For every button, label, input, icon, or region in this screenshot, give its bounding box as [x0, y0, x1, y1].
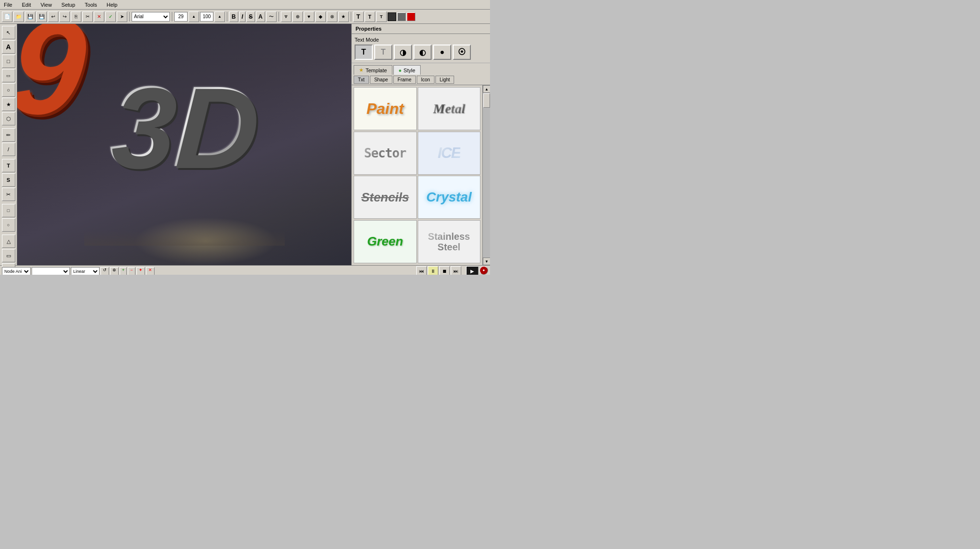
- style-stainless-steel[interactable]: StainlessSteel: [418, 220, 481, 263]
- tl-btn-add[interactable]: +: [120, 267, 127, 275]
- scroll-thumb[interactable]: [483, 93, 490, 108]
- text-t1[interactable]: T: [353, 11, 364, 22]
- h-rect-tool[interactable]: ▭: [2, 249, 15, 262]
- strike-button[interactable]: S: [246, 11, 255, 22]
- undo-button[interactable]: ↩: [48, 11, 58, 22]
- italic-button[interactable]: I: [239, 11, 245, 22]
- new-button[interactable]: 📄: [2, 11, 12, 22]
- go-end-button[interactable]: ⏭: [451, 266, 461, 275]
- rect-tool[interactable]: □: [2, 55, 15, 68]
- floor-reflection: [84, 231, 285, 246]
- tool-b[interactable]: ⊕: [292, 11, 303, 22]
- style-ice[interactable]: ICE: [418, 132, 481, 175]
- tl-btn-1[interactable]: ↺: [100, 267, 109, 275]
- timeline-track-select[interactable]: [32, 267, 70, 275]
- align-button[interactable]: A: [256, 11, 265, 22]
- font-select[interactable]: Arial: [132, 12, 170, 22]
- sub-tab-icon[interactable]: Icon: [417, 76, 434, 84]
- render-button[interactable]: ▶: [466, 266, 479, 275]
- s-tool[interactable]: S: [2, 173, 15, 187]
- copy-button[interactable]: ⎘: [71, 11, 81, 22]
- color-block-3[interactable]: [407, 12, 415, 21]
- menu-tools[interactable]: Tools: [83, 1, 99, 8]
- text-t2[interactable]: T: [365, 11, 375, 22]
- tl-btn-minus[interactable]: −: [128, 267, 135, 275]
- style-crystal[interactable]: Crystal: [418, 176, 481, 219]
- menu-edit[interactable]: Edit: [20, 1, 33, 8]
- size2-up-button[interactable]: ▲: [214, 11, 225, 22]
- mode-btn-2[interactable]: T: [374, 45, 392, 60]
- bold-button[interactable]: B: [229, 11, 238, 22]
- tool-f[interactable]: ★: [338, 11, 349, 22]
- canvas-area[interactable]: 9 3D: [17, 24, 351, 265]
- text-tool[interactable]: A: [2, 40, 15, 54]
- arrow-button[interactable]: ➤: [117, 11, 127, 22]
- style-stencils[interactable]: Stencils: [354, 176, 417, 219]
- sub-tab-frame[interactable]: Frame: [393, 76, 416, 84]
- pen-tool[interactable]: ✏: [2, 128, 15, 142]
- wave-button[interactable]: 〜: [266, 11, 277, 22]
- mode-btn-3[interactable]: ◑: [394, 45, 412, 60]
- star-tool[interactable]: ★: [2, 98, 15, 111]
- mode-btn-5[interactable]: ●: [433, 45, 451, 60]
- tool-a[interactable]: ⛛: [281, 11, 291, 22]
- style-green[interactable]: Green: [354, 220, 417, 263]
- tool-e[interactable]: ⊗: [327, 11, 337, 22]
- text-mode-buttons: T T ◑ ◐ ● ⦿: [355, 45, 487, 60]
- round-rect-tool[interactable]: ▭: [2, 69, 15, 82]
- cut-button[interactable]: ✂: [82, 11, 93, 22]
- tl-btn-2[interactable]: ⊕: [110, 267, 119, 275]
- line-tool[interactable]: /: [2, 143, 15, 156]
- menu-setup[interactable]: Setup: [59, 1, 77, 8]
- ellipse-tool[interactable]: ○: [2, 83, 15, 97]
- go-start-button[interactable]: ⏮: [416, 266, 427, 275]
- mode-btn-6[interactable]: ⦿: [453, 45, 471, 60]
- select-tool[interactable]: ↖: [2, 26, 15, 39]
- style-paint[interactable]: Paint: [354, 87, 417, 130]
- tool-c[interactable]: ♥: [304, 11, 314, 22]
- timeline-controls: Node Ani Linear ↺ ⊕ + − ✦ ✕ ⏮ ⏸ ⏹ ⏭ ▶ ●: [0, 266, 490, 275]
- menu-view[interactable]: View: [39, 1, 54, 8]
- save-button[interactable]: 💾: [25, 11, 35, 22]
- menu-file[interactable]: File: [2, 1, 14, 8]
- green-label: Green: [367, 234, 403, 249]
- style-sector[interactable]: Sector: [354, 132, 417, 175]
- tab-template[interactable]: ★ Template: [354, 65, 392, 75]
- triangle-tool[interactable]: △: [2, 235, 15, 248]
- scissors-tool[interactable]: ✂: [2, 188, 15, 201]
- sub-tab-light[interactable]: Light: [435, 76, 455, 84]
- check-button[interactable]: ✓: [105, 11, 116, 22]
- rect-s-tool[interactable]: □: [2, 204, 15, 217]
- stop-button[interactable]: ⏹: [439, 266, 450, 275]
- sub-tab-shape[interactable]: Shape: [370, 76, 392, 84]
- interp-select[interactable]: Linear: [71, 267, 100, 275]
- circ-s-tool[interactable]: ○: [2, 218, 15, 232]
- poly-tool[interactable]: ⬡: [2, 112, 15, 125]
- tl-btn-close[interactable]: ✕: [146, 267, 155, 275]
- save-as-button[interactable]: 💾: [36, 11, 47, 22]
- menu-help[interactable]: Help: [105, 1, 120, 8]
- font-size2-input[interactable]: [200, 12, 213, 22]
- open-button[interactable]: 📁: [13, 11, 24, 22]
- style-metal[interactable]: Metal: [418, 87, 481, 130]
- tl-btn-star[interactable]: ✦: [136, 267, 145, 275]
- color-block-1[interactable]: [388, 12, 396, 21]
- scroll-down-button[interactable]: ▼: [483, 258, 490, 265]
- t-tool[interactable]: T: [2, 159, 15, 172]
- text-t3[interactable]: T: [376, 11, 387, 22]
- separator-2: [172, 12, 172, 22]
- close-button[interactable]: ✕: [94, 11, 104, 22]
- scroll-up-button[interactable]: ▲: [483, 85, 490, 93]
- tool-d[interactable]: ◆: [315, 11, 326, 22]
- tab-style[interactable]: ● Style: [393, 65, 421, 75]
- pause-button[interactable]: ⏸: [428, 266, 438, 275]
- size-up-button[interactable]: ▲: [189, 11, 199, 22]
- sub-tab-txt[interactable]: Txt: [354, 76, 369, 84]
- mode-btn-4[interactable]: ◐: [413, 45, 432, 60]
- color-block-2[interactable]: [397, 12, 406, 21]
- record-button[interactable]: ●: [479, 266, 488, 275]
- mode-btn-1[interactable]: T: [355, 45, 373, 60]
- node-anim-select[interactable]: Node Ani: [2, 267, 31, 275]
- redo-button[interactable]: ↪: [59, 11, 70, 22]
- font-size-input[interactable]: [174, 12, 188, 22]
